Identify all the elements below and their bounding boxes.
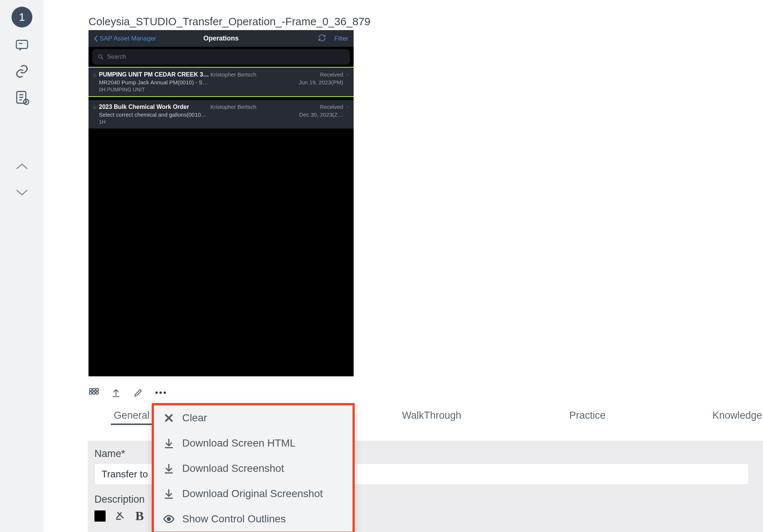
svg-rect-8: [93, 392, 95, 394]
tab-walkthrough[interactable]: WalkThrough: [399, 408, 464, 424]
refresh-icon[interactable]: [318, 34, 326, 43]
menu-download-html[interactable]: Download Screen HTML: [154, 431, 352, 456]
grid-icon[interactable]: [88, 387, 100, 399]
menu-download-original[interactable]: Download Original Screenshot: [154, 481, 352, 506]
menu-clear-label: Clear: [182, 412, 207, 424]
close-icon: [163, 412, 175, 424]
screen-preview: SAP Asset Manager Operations Filter Sear…: [88, 30, 354, 376]
op-date: Dec 30, 2023(Z…: [299, 111, 348, 118]
op-status: Received: [320, 71, 348, 78]
tab-practice[interactable]: Practice: [566, 408, 609, 424]
nav-down-icon[interactable]: [14, 184, 30, 201]
svg-rect-6: [96, 389, 98, 391]
tab-general[interactable]: General: [111, 408, 152, 425]
menu-download-html-label: Download Screen HTML: [182, 437, 296, 449]
edit-icon[interactable]: [132, 387, 144, 399]
tab-knowledge[interactable]: Knowledge Cl: [709, 408, 763, 424]
page-title: Coleysia_STUDIO_Transfer_Operation_-Fram…: [88, 16, 763, 28]
preview-back-label: SAP Asset Manager: [100, 35, 156, 42]
op-person: Kristopher Bertsch: [210, 71, 270, 78]
download-icon: [163, 488, 175, 500]
svg-point-3: [99, 55, 102, 58]
op-subtitle: MR2040 Pump Jack Annual PM(0010) - S…: [99, 79, 210, 85]
svg-rect-5: [93, 389, 95, 391]
op-subtitle: Select correct chemical and gallons(0010…: [99, 111, 210, 118]
color-swatch-icon[interactable]: [94, 510, 106, 522]
svg-rect-4: [90, 389, 92, 391]
preview-title: Operations: [203, 35, 239, 42]
preview-header: SAP Asset Manager Operations Filter: [88, 30, 354, 47]
op-status: Received: [320, 104, 348, 110]
op-person: Kristopher Bertsch: [210, 104, 270, 110]
op-title: 2023 Bulk Chemical Work Order: [99, 104, 210, 110]
menu-clear[interactable]: Clear: [154, 405, 352, 431]
svg-point-11: [160, 392, 162, 394]
svg-point-12: [164, 392, 166, 394]
clear-format-icon[interactable]: [115, 509, 126, 523]
editor-toolbar: [44, 376, 763, 403]
operation-card[interactable]: PUMPING UNIT PM CEDAR CREEK 34… Kristoph…: [88, 67, 354, 97]
preview-search[interactable]: Search: [92, 49, 350, 65]
link-icon[interactable]: [14, 63, 30, 80]
left-rail: 1: [0, 0, 44, 532]
eye-icon: [163, 513, 175, 525]
upload-icon[interactable]: [110, 387, 122, 399]
menu-download-screenshot[interactable]: Download Screenshot: [154, 456, 352, 481]
preview-back-button[interactable]: SAP Asset Manager: [94, 35, 156, 42]
download-icon: [163, 463, 175, 474]
more-icon[interactable]: [155, 387, 167, 399]
search-icon: [97, 53, 104, 60]
op-date: Jun 19, 2023(PM): [299, 79, 348, 85]
menu-show-outlines-label: Show Control Outlines: [182, 513, 286, 525]
step-badge[interactable]: 1: [12, 7, 32, 27]
nav-up-icon[interactable]: [14, 158, 30, 175]
more-menu: Clear Download Screen HTML Download Scre…: [152, 403, 355, 532]
svg-rect-0: [16, 40, 28, 49]
svg-point-10: [155, 392, 158, 394]
svg-rect-7: [90, 392, 92, 394]
op-title: PUMPING UNIT PM CEDAR CREEK 34…: [99, 71, 210, 78]
bold-icon[interactable]: B: [135, 509, 144, 523]
operation-card[interactable]: 2023 Bulk Chemical Work Order Kristopher…: [88, 100, 354, 129]
svg-rect-9: [96, 392, 98, 394]
op-meta: 0H PUMPING UNIT: [99, 87, 348, 93]
menu-download-original-label: Download Original Screenshot: [182, 488, 323, 500]
preview-filter-link[interactable]: Filter: [334, 35, 348, 42]
op-meta: 1H: [99, 119, 348, 125]
checklist-icon[interactable]: [14, 89, 30, 106]
comment-icon[interactable]: [14, 37, 30, 53]
menu-download-screenshot-label: Download Screenshot: [182, 463, 284, 474]
menu-show-outlines[interactable]: Show Control Outlines: [154, 506, 352, 532]
search-placeholder: Search: [107, 53, 126, 60]
download-icon: [163, 437, 175, 449]
svg-point-13: [167, 518, 170, 520]
